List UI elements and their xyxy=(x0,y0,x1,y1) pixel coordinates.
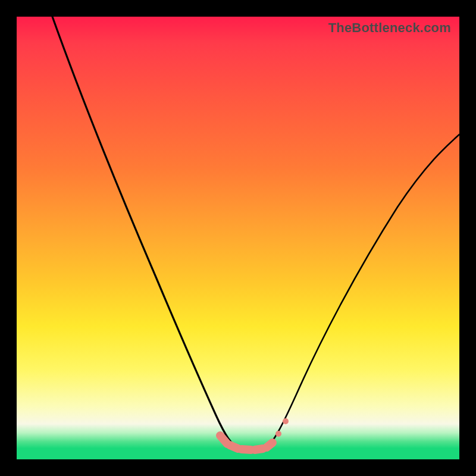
chart-curves xyxy=(17,17,459,459)
svg-line-3 xyxy=(255,449,263,450)
curve-right xyxy=(265,134,459,449)
basin-markers xyxy=(220,418,289,450)
svg-point-6 xyxy=(283,418,289,424)
curve-left xyxy=(52,17,240,449)
svg-line-4 xyxy=(267,443,273,447)
svg-line-2 xyxy=(242,449,251,450)
svg-line-1 xyxy=(230,445,238,449)
svg-line-0 xyxy=(220,436,227,444)
chart-plot-area: TheBottleneck.com xyxy=(17,17,459,459)
chart-frame: TheBottleneck.com xyxy=(0,0,476,476)
svg-point-5 xyxy=(275,431,281,437)
